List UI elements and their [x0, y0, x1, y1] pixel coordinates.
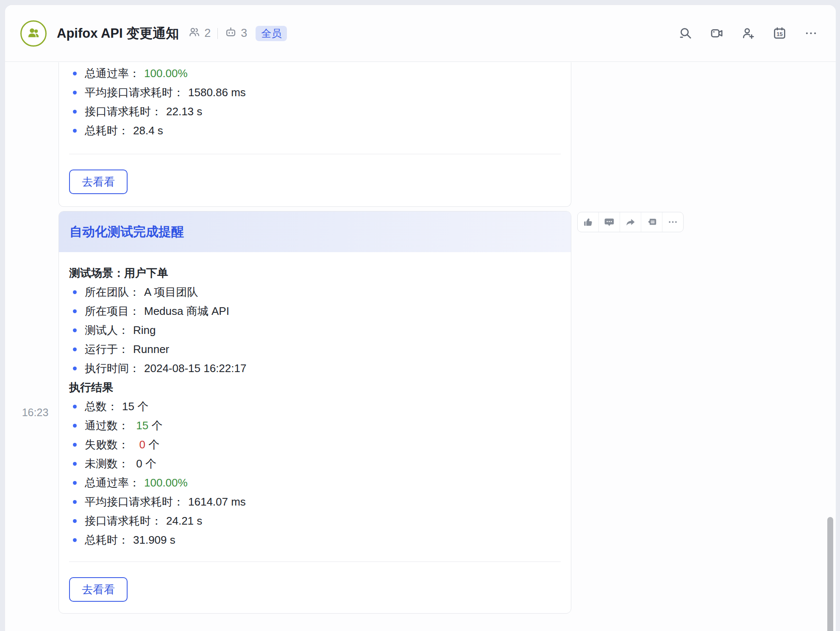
item-label: 总通过率： [85, 475, 140, 490]
item-label: 所在团队： [85, 285, 140, 300]
item-label: 总数： [85, 399, 118, 414]
card-divider [69, 562, 561, 562]
item-label: 测试人： [85, 323, 129, 338]
bullet-icon [73, 519, 77, 523]
item-label: 未测数： [85, 456, 129, 471]
go-see-button[interactable]: 去看看 [69, 577, 128, 602]
quote-reply-icon[interactable] [641, 212, 662, 232]
item-value-unit: 个 [142, 456, 156, 471]
list-item: 接口请求耗时：24.21 s [69, 511, 561, 531]
list-item: 总通过率：100.00% [69, 473, 561, 492]
comment-icon[interactable] [598, 212, 620, 232]
message-timestamp: 16:23 [18, 406, 53, 419]
calendar-icon[interactable]: 15 [773, 26, 787, 40]
item-value: 24.21 s [166, 514, 202, 528]
scene-title: 测试场景：用户下单 [69, 264, 561, 283]
item-value: Runner [133, 343, 169, 356]
go-see-button[interactable]: 去看看 [69, 170, 128, 194]
item-value: 100.00% [144, 67, 188, 80]
member-count[interactable]: 2 [188, 26, 211, 41]
list-item: 所在项目：Medusa 商城 API [69, 302, 561, 321]
chat-title: Apifox API 变更通知 [57, 25, 179, 42]
item-value: A 项目团队 [144, 285, 198, 300]
item-value: 15 [133, 419, 148, 432]
result-list: 总通过率：100.00%平均接口请求耗时：1580.86 ms接口请求耗时：22… [69, 64, 561, 140]
list-item: 执行时间：2024-08-15 16:22:17 [69, 359, 561, 378]
item-label: 执行时间： [85, 361, 140, 376]
item-value: 31.909 s [133, 534, 175, 547]
list-item: 接口请求耗时：22.13 s [69, 102, 561, 121]
bullet-icon [73, 500, 77, 504]
bullet-icon [73, 328, 77, 332]
bullet-icon [73, 481, 77, 485]
bullet-icon [73, 110, 77, 114]
message-card-test-summary-top: 总通过率：100.00%平均接口请求耗时：1580.86 ms接口请求耗时：22… [58, 62, 571, 207]
list-item: 平均接口请求耗时：1614.07 ms [69, 492, 561, 511]
bullet-icon [73, 443, 77, 447]
card-divider [69, 154, 561, 154]
item-value-unit: 个 [148, 418, 162, 433]
bullet-icon [73, 72, 77, 75]
list-item: 总耗时：28.4 s [69, 121, 561, 140]
chat-window: Apifox API 变更通知 2 [5, 5, 836, 631]
bullet-icon [73, 462, 77, 466]
group-avatar[interactable] [20, 20, 47, 47]
members-icon [188, 26, 200, 41]
item-value: Medusa 商城 API [144, 304, 229, 319]
thumbs-up-icon[interactable] [578, 212, 598, 232]
video-call-icon[interactable] [710, 26, 724, 40]
item-value: Ring [133, 324, 156, 337]
list-item: 未测数： 0 个 [69, 454, 561, 473]
group-people-icon [26, 25, 41, 42]
item-value: 2024-08-15 16:22:17 [144, 362, 246, 375]
item-value: 15 个 [122, 399, 148, 414]
bullet-icon [73, 424, 77, 428]
meta-divider [217, 28, 218, 39]
card-header-band: 自动化测试完成提醒 [59, 211, 571, 252]
item-label: 通过数： [85, 418, 129, 433]
forward-icon[interactable] [620, 212, 641, 232]
info-list: 所在团队：A 项目团队所在项目：Medusa 商城 API测试人：Ring运行于… [69, 283, 561, 378]
item-label: 总耗时： [85, 533, 129, 548]
list-item: 平均接口请求耗时：1580.86 ms [69, 83, 561, 102]
list-item: 总通过率：100.00% [69, 64, 561, 83]
item-value: 1614.07 ms [188, 495, 246, 509]
more-icon[interactable] [804, 26, 818, 40]
bullet-icon [73, 91, 77, 95]
bot-count[interactable]: 3 [225, 26, 247, 41]
all-members-badge: 全员 [256, 26, 287, 41]
item-value: 0 [133, 438, 145, 451]
list-item: 总数：15 个 [69, 397, 561, 416]
calendar-day-label: 15 [776, 31, 783, 37]
item-label: 接口请求耗时： [85, 514, 162, 528]
list-item: 失败数： 0 个 [69, 435, 561, 454]
more-icon[interactable] [662, 212, 683, 232]
list-item: 总耗时：31.909 s [69, 531, 561, 550]
list-item: 运行于：Runner [69, 340, 561, 359]
item-value-unit: 个 [145, 437, 159, 452]
item-label: 平均接口请求耗时： [85, 85, 184, 100]
chat-header: Apifox API 变更通知 2 [5, 5, 836, 62]
header-actions: 15 [679, 26, 818, 40]
message-card-automation-test: 自动化测试完成提醒 测试场景：用户下单 所在团队：A 项目团队所在项目：Medu… [58, 211, 571, 614]
item-value: 100.00% [144, 476, 188, 489]
item-value: 22.13 s [166, 105, 202, 118]
message-list: 16:23 总通过率：100.00%平均接口请求耗时：1580.86 ms接口请… [5, 62, 836, 631]
card-title: 自动化测试完成提醒 [70, 223, 184, 241]
item-label: 失败数： [85, 437, 129, 452]
bullet-icon [73, 129, 77, 133]
search-icon[interactable] [679, 26, 693, 40]
list-item: 测试人：Ring [69, 321, 561, 340]
list-item: 通过数： 15 个 [69, 416, 561, 435]
bullet-icon [73, 405, 77, 409]
item-label: 运行于： [85, 342, 129, 357]
bullet-icon [73, 309, 77, 313]
add-member-icon[interactable] [741, 26, 755, 40]
bullet-icon [73, 347, 77, 351]
item-label: 接口请求耗时： [85, 104, 162, 119]
card-content: 测试场景：用户下单 所在团队：A 项目团队所在项目：Medusa 商城 API测… [59, 252, 571, 602]
member-count-value: 2 [204, 27, 211, 40]
chat-meta: 2 3 [188, 26, 247, 41]
scrollbar-thumb[interactable] [827, 517, 833, 631]
list-item: 所在团队：A 项目团队 [69, 283, 561, 302]
